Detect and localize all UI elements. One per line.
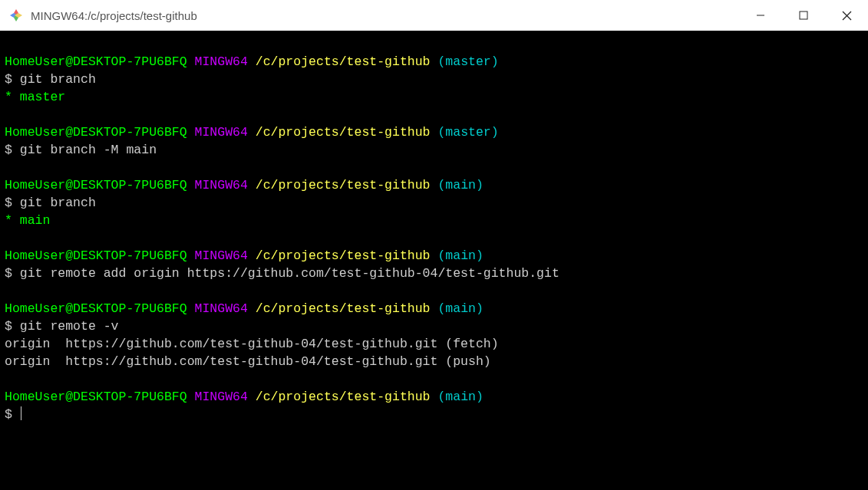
svg-rect-5 <box>800 12 807 19</box>
terminal-area[interactable]: HomeUser@DESKTOP-7PU6BFQ MINGW64 /c/proj… <box>0 31 868 490</box>
prompt-line: HomeUser@DESKTOP-7PU6BFQ MINGW64 /c/proj… <box>5 176 863 194</box>
maximize-button[interactable] <box>782 0 825 31</box>
command-line: $ git branch <box>5 71 863 88</box>
app-icon <box>9 8 23 22</box>
prompt-line: HomeUser@DESKTOP-7PU6BFQ MINGW64 /c/proj… <box>5 53 863 71</box>
blank-line <box>5 35 863 53</box>
minimize-button[interactable] <box>739 0 782 31</box>
window-title: MINGW64:/c/projects/test-github <box>31 9 739 22</box>
command-line: $ git branch <box>5 194 863 212</box>
output-line: origin https://github.com/test-github-04… <box>5 353 863 370</box>
prompt-line: HomeUser@DESKTOP-7PU6BFQ MINGW64 /c/proj… <box>5 123 863 141</box>
command-line: $ git remote -v <box>5 317 863 335</box>
command-line: $ git branch -M main <box>5 141 863 159</box>
command-line: $ <box>5 406 863 423</box>
prompt-line: HomeUser@DESKTOP-7PU6BFQ MINGW64 /c/proj… <box>5 300 863 317</box>
blank-line <box>5 282 863 300</box>
command-line: $ git remote add origin https://github.c… <box>5 265 863 282</box>
prompt-line: HomeUser@DESKTOP-7PU6BFQ MINGW64 /c/proj… <box>5 247 863 265</box>
blank-line <box>5 229 863 247</box>
prompt-line: HomeUser@DESKTOP-7PU6BFQ MINGW64 /c/proj… <box>5 388 863 406</box>
output-line: * master <box>5 88 863 106</box>
blank-line <box>5 370 863 388</box>
blank-line <box>5 106 863 123</box>
output-line: * main <box>5 212 863 229</box>
window-titlebar: MINGW64:/c/projects/test-github <box>0 0 868 31</box>
output-line: origin https://github.com/test-github-04… <box>5 335 863 353</box>
window-controls <box>739 0 868 31</box>
close-button[interactable] <box>825 0 868 31</box>
blank-line <box>5 159 863 176</box>
